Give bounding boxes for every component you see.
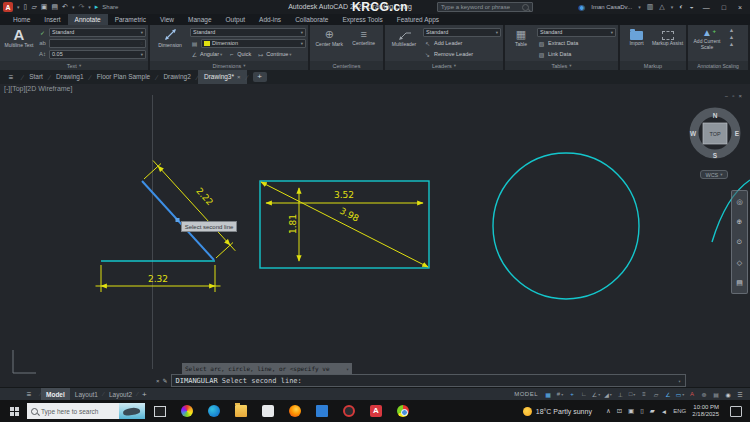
- qat-customize-icon[interactable]: ▾: [88, 4, 91, 10]
- mleader-style-combo[interactable]: Standard▾: [423, 28, 501, 37]
- new-file-icon[interactable]: ▯: [24, 0, 28, 14]
- tab-manage[interactable]: Manage: [181, 14, 219, 25]
- layout-tab-layout1[interactable]: Layout1: [70, 388, 103, 401]
- tray-folder-icon[interactable]: ▰: [650, 407, 655, 415]
- transparency-icon[interactable]: ▱: [650, 389, 662, 400]
- multileader-button[interactable]: Multileader: [387, 27, 421, 48]
- viewcube-face-label[interactable]: TOP: [709, 131, 721, 137]
- viewport-controls[interactable]: [-][Top][2D Wireframe]: [4, 85, 72, 92]
- centerline-button[interactable]: ≡ Centerline: [348, 27, 380, 47]
- add-leader-button[interactable]: Add Leader: [434, 40, 462, 46]
- dim-text-aligned[interactable]: 2.22: [194, 186, 215, 208]
- start-button[interactable]: [10, 407, 19, 416]
- taskbar-search[interactable]: Type here to search: [27, 403, 145, 419]
- spell-check-icon[interactable]: ab: [38, 40, 47, 46]
- taskbar-app-autocad-icon[interactable]: A: [370, 405, 382, 417]
- close-button[interactable]: ×: [735, 4, 745, 11]
- app-menu-button[interactable]: A: [3, 2, 13, 12]
- grid-icon[interactable]: ▦: [542, 389, 554, 400]
- search-icon[interactable]: [522, 4, 529, 11]
- circle[interactable]: [493, 153, 639, 299]
- text-style-combo[interactable]: Standard▾: [49, 28, 146, 37]
- redo-icon[interactable]: ↷: [78, 0, 84, 14]
- polar-tracking-icon[interactable]: ∠▾: [590, 389, 602, 400]
- layout-tab-model[interactable]: Model: [41, 388, 70, 401]
- quick-dimension-button[interactable]: ⌐ Quick: [227, 51, 251, 57]
- tab-featured-apps[interactable]: Featured Apps: [390, 14, 446, 25]
- plot-icon[interactable]: ▤: [51, 0, 58, 14]
- doc-tab-floor-plan-sample[interactable]: Floor Plan Sample: [91, 70, 156, 84]
- alert-icon[interactable]: △: [659, 0, 664, 14]
- sync-scale-positions-icon[interactable]: ▲: [727, 34, 736, 40]
- navigation-bar[interactable]: ◎ ⊕ ⊙ ◇ ▤: [731, 190, 748, 294]
- dim-text-height[interactable]: 1.81: [288, 214, 298, 234]
- new-drawing-tab-button[interactable]: +: [253, 72, 267, 82]
- table-style-combo[interactable]: Standard▾: [537, 28, 616, 37]
- viewcube-south[interactable]: S: [713, 152, 718, 159]
- undo-caret-icon[interactable]: ▾: [72, 4, 75, 10]
- showmotion-icon[interactable]: ▤: [736, 279, 743, 286]
- history-caret-icon[interactable]: ▾: [346, 366, 349, 372]
- zoom-icon[interactable]: ⊙: [737, 238, 743, 245]
- new-layout-button[interactable]: +: [138, 390, 151, 399]
- model-space-button[interactable]: MODEL: [514, 391, 538, 397]
- doc-tab-drawing3[interactable]: Drawing3*×: [198, 70, 247, 84]
- share-label[interactable]: Share: [102, 0, 118, 14]
- help-search-field[interactable]: Type a keyword or phrase: [437, 2, 533, 12]
- taskbar-app-firefox-icon[interactable]: [289, 405, 301, 417]
- tray-chevron-icon[interactable]: ∧: [606, 407, 611, 415]
- continue-dimension-button[interactable]: ↦ Continue▾: [256, 51, 291, 58]
- panel-label-leaders[interactable]: Leaders▾: [385, 61, 503, 70]
- dim-text-bottom[interactable]: 2.32: [148, 274, 168, 284]
- tab-addins[interactable]: Add-ins: [252, 14, 288, 25]
- tab-home[interactable]: Home: [6, 14, 37, 25]
- ucs-selector[interactable]: WCS▾: [700, 170, 728, 179]
- tab-output[interactable]: Output: [219, 14, 253, 25]
- close-tab-icon[interactable]: ×: [237, 74, 241, 80]
- panel-label-dimensions[interactable]: Dimensions▾: [150, 61, 308, 70]
- units-icon[interactable]: ⊛: [698, 389, 710, 400]
- annotation-monitor-icon[interactable]: A: [686, 389, 698, 400]
- text-height-combo[interactable]: 0.05▾: [49, 50, 146, 59]
- search-highlight-image[interactable]: [119, 403, 145, 419]
- tab-view[interactable]: View: [153, 14, 181, 25]
- ortho-icon[interactable]: ∟: [578, 389, 590, 400]
- feedback-icon[interactable]: ◒: [689, 0, 693, 14]
- hover-grip[interactable]: [176, 218, 180, 222]
- command-input[interactable]: DIMANGULAR Select second line: ▾: [171, 374, 686, 387]
- viewcube-east[interactable]: E: [735, 130, 740, 137]
- open-file-icon[interactable]: ▱: [31, 0, 36, 14]
- markup-import-button[interactable]: Import: [623, 27, 651, 47]
- tray-security-icon[interactable]: ⊡: [617, 407, 622, 415]
- tab-insert[interactable]: Insert: [37, 14, 67, 25]
- isodraft-icon[interactable]: ◢▾: [602, 389, 614, 400]
- dim-layer-combo[interactable]: Dimension▾: [201, 39, 306, 48]
- dim-text-width[interactable]: 3.52: [334, 190, 354, 200]
- center-mark-button[interactable]: ⊕ Center Mark: [313, 27, 345, 48]
- aligned-dimension[interactable]: [144, 161, 235, 259]
- command-history-prompt[interactable]: Select arc, circle, line, or <specify ve…: [182, 363, 352, 374]
- doc-tab-drawing1[interactable]: Drawing1: [50, 70, 89, 84]
- taskbar-app-opera-icon[interactable]: [343, 405, 355, 417]
- delete-scale-icon[interactable]: ▲: [727, 41, 736, 47]
- lineweight-icon[interactable]: ≡: [638, 389, 650, 400]
- language-indicator[interactable]: ENG: [673, 408, 686, 414]
- doc-tab-start[interactable]: Start: [23, 70, 49, 84]
- customize-commandline-icon[interactable]: ✎: [163, 377, 168, 384]
- command-line-grip[interactable]: × ✎: [153, 377, 171, 384]
- taskbar-app-store-icon[interactable]: [262, 405, 274, 417]
- markup-assist-button[interactable]: Markup Assist: [652, 27, 684, 47]
- extract-data-button[interactable]: Extract Data: [548, 40, 578, 46]
- user-avatar-icon[interactable]: ◉: [578, 3, 585, 12]
- signin-user[interactable]: Iman CasaDv...: [591, 4, 632, 10]
- taskbar-app-mail-icon[interactable]: [316, 405, 328, 417]
- isolate-objects-icon[interactable]: ◉: [722, 389, 734, 400]
- quick-properties-icon[interactable]: ▤: [710, 389, 722, 400]
- action-center-icon[interactable]: [730, 406, 742, 417]
- customization-icon[interactable]: ☰: [734, 389, 746, 400]
- doc-tab-drawing2[interactable]: Drawing2: [157, 70, 196, 84]
- nav-wheel-icon[interactable]: ◎: [736, 198, 742, 205]
- osnap-tracking-icon[interactable]: ⊥: [614, 389, 626, 400]
- taskbar-app-chrome-icon[interactable]: [397, 405, 409, 417]
- orbit-icon[interactable]: ◇: [737, 259, 742, 266]
